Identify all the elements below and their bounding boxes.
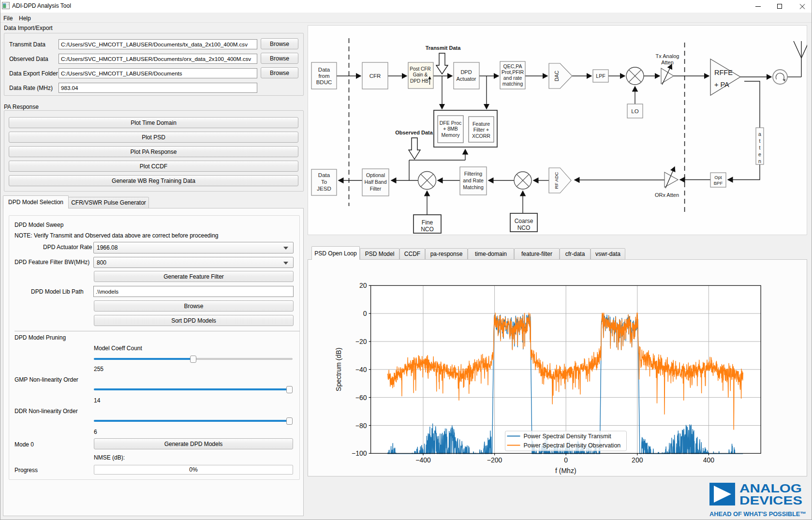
svg-text:Atten: Atten [661, 59, 674, 65]
svg-text:matching: matching [502, 81, 523, 87]
svg-text:Feature: Feature [472, 121, 490, 127]
svg-text:Prot,PFIR: Prot,PFIR [502, 69, 524, 75]
svg-text:DEVICES: DEVICES [739, 494, 802, 507]
svg-text:Power Spectral Density Observa: Power Spectral Density Observation [524, 442, 621, 449]
svg-text:JESD: JESD [317, 186, 331, 192]
svg-text:e: e [758, 151, 761, 157]
svg-text:QEC,PA: QEC,PA [503, 63, 522, 69]
svg-text:Power Spectral Density Transmi: Power Spectral Density Transmit [524, 433, 612, 440]
svg-text:To: To [321, 179, 327, 185]
svg-text:200: 200 [632, 456, 643, 464]
svg-text:Filter: Filter [370, 186, 382, 192]
svg-text:f (Mhz): f (Mhz) [555, 467, 576, 475]
svg-text:+ PA: + PA [714, 81, 729, 89]
svg-text:−60: −60 [355, 394, 367, 401]
svg-text:and Rate: and Rate [463, 178, 484, 183]
svg-text:−80: −80 [355, 422, 367, 430]
svg-text:n: n [758, 158, 761, 164]
svg-text:Data: Data [318, 172, 330, 178]
svg-text:DPD HB: DPD HB [410, 78, 428, 84]
svg-text:t: t [759, 138, 761, 144]
svg-text:Coarse: Coarse [515, 218, 533, 224]
svg-text:0: 0 [564, 456, 568, 464]
svg-text:t: t [759, 145, 761, 150]
svg-text:RF ADC: RF ADC [554, 172, 559, 189]
svg-text:Memory: Memory [442, 132, 460, 138]
svg-text:−20: −20 [355, 338, 367, 345]
svg-text:Observed Data: Observed Data [395, 130, 433, 135]
svg-text:NCO: NCO [421, 226, 434, 233]
svg-text:Transmit Data: Transmit Data [426, 45, 461, 51]
svg-text:Opt: Opt [714, 175, 722, 180]
svg-text:Optional: Optional [366, 172, 385, 178]
svg-text:a: a [758, 131, 761, 137]
svg-text:DPD: DPD [460, 69, 472, 75]
svg-text:Data: Data [318, 67, 330, 73]
svg-text:and rate: and rate [503, 75, 522, 81]
svg-text:Actuator: Actuator [457, 76, 476, 82]
svg-text:Filtering: Filtering [464, 171, 483, 177]
svg-text:RFFE: RFFE [714, 69, 733, 76]
svg-text:Filter +: Filter + [473, 127, 489, 133]
svg-text:NCO: NCO [517, 224, 531, 231]
svg-text:from: from [319, 73, 330, 79]
svg-text:AHEAD OF WHAT'S POSSIBLE™: AHEAD OF WHAT'S POSSIBLE™ [709, 510, 806, 518]
svg-text:Fine: Fine [422, 219, 433, 226]
svg-text:LPF: LPF [596, 73, 605, 79]
svg-text:Matching: Matching [463, 184, 484, 190]
svg-text:20: 20 [359, 282, 367, 289]
svg-text:XCORR: XCORR [472, 133, 490, 139]
svg-text:ORx Atten: ORx Atten [655, 192, 679, 198]
svg-text:400: 400 [703, 456, 715, 464]
svg-text:CFR: CFR [369, 73, 381, 79]
svg-text:Gain &: Gain & [413, 72, 428, 77]
svg-text:−40: −40 [355, 366, 367, 373]
svg-text:Spectrum (dB): Spectrum (dB) [335, 348, 342, 391]
svg-text:DFE Proc: DFE Proc [440, 120, 462, 126]
svg-text:BDUC: BDUC [316, 79, 332, 85]
svg-text:Half Band: Half Band [364, 179, 386, 185]
svg-text:Tx Analog: Tx Analog [656, 53, 679, 59]
svg-text:+ 8MB: + 8MB [443, 126, 458, 132]
svg-text:DAC: DAC [554, 70, 560, 81]
svg-text:−200: −200 [487, 456, 502, 464]
svg-text:ANALOG: ANALOG [739, 482, 802, 495]
svg-text:Post CFR: Post CFR [410, 66, 430, 72]
svg-text:0: 0 [363, 310, 367, 317]
svg-text:−100: −100 [352, 449, 367, 457]
svg-text:BPF: BPF [714, 180, 723, 186]
svg-text:−400: −400 [415, 456, 431, 464]
svg-text:LO: LO [631, 108, 638, 114]
